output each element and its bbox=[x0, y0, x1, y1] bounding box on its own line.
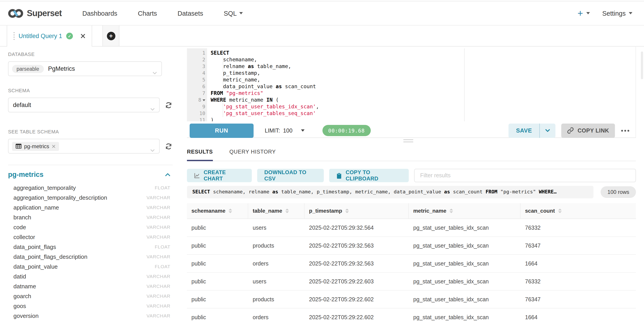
schema-columns: aggregation_temporalityFLOATaggregation_… bbox=[8, 183, 173, 321]
tab-results[interactable]: RESULTS bbox=[187, 149, 213, 161]
sql-code-line: p_timestamp, bbox=[211, 70, 636, 77]
nav-charts-label: Charts bbox=[138, 10, 157, 17]
gutter-line-number: 6 bbox=[187, 83, 205, 90]
collapse-table-icon[interactable] bbox=[165, 173, 170, 176]
main-nav: Dashboards Charts Datasets SQL bbox=[82, 10, 243, 17]
sort-icon[interactable] bbox=[345, 209, 349, 213]
sql-code-area[interactable]: SELECT schemaname, relname as table_name… bbox=[207, 48, 636, 121]
column-name: datid bbox=[14, 273, 26, 279]
sort-icon[interactable] bbox=[228, 209, 232, 213]
save-button[interactable]: SAVE bbox=[508, 123, 540, 138]
save-options-button[interactable] bbox=[540, 123, 556, 138]
scrollbar-thumb[interactable] bbox=[641, 52, 643, 79]
text-segment: ) bbox=[211, 117, 214, 121]
tab-close-icon[interactable] bbox=[80, 34, 86, 39]
settings-menu[interactable]: Settings bbox=[602, 10, 632, 17]
text-segment: table_name, bbox=[254, 63, 291, 69]
tab-drag-handle-icon[interactable] bbox=[14, 32, 14, 40]
chevron-down-icon bbox=[240, 12, 243, 14]
results-row: publicorders2025-02-22T05:29:22.602pg_st… bbox=[187, 308, 636, 321]
schema-column-row: data_point_flags_descriptionVARCHAR bbox=[8, 252, 173, 261]
results-cell: pg_stat_user_tables_idx_scan bbox=[409, 255, 520, 272]
text-segment: "pg-metrics" bbox=[226, 90, 263, 96]
remove-table-icon[interactable] bbox=[52, 144, 56, 148]
results-pane: RESULTS QUERY HISTORY CREATE CHART DOWNL… bbox=[187, 144, 636, 321]
pane-drag-handle[interactable] bbox=[404, 139, 413, 144]
query-tab-title: Untitled Query 1 bbox=[18, 33, 62, 39]
sql-code-line: SELECT bbox=[211, 50, 636, 56]
column-name: code bbox=[14, 224, 26, 230]
editor-gutter: 1234567891011 bbox=[187, 48, 207, 121]
sql-code-line: relname as table_name, bbox=[211, 63, 636, 70]
column-header-label: schemaname bbox=[192, 208, 226, 214]
sidebar-divider bbox=[8, 165, 173, 165]
results-cell: 2025-02-22T05:29:22.602 bbox=[304, 290, 409, 308]
line-number: 9 bbox=[202, 103, 205, 110]
sort-icon[interactable] bbox=[558, 209, 562, 213]
refresh-schema-icon[interactable] bbox=[164, 101, 173, 109]
results-column-header[interactable]: table_name bbox=[248, 203, 304, 218]
gutter-line-number: 8 bbox=[187, 97, 205, 103]
line-number: 3 bbox=[202, 63, 205, 70]
results-row: publicorders2025-02-22T05:29:32.563pg_st… bbox=[187, 255, 636, 273]
text-segment: scan_count bbox=[282, 83, 316, 90]
table-preview-title[interactable]: pg-metrics bbox=[8, 171, 44, 179]
query-tab-active[interactable]: Untitled Query 1 ✓ bbox=[7, 26, 92, 47]
column-type: FLOAT bbox=[155, 244, 170, 249]
results-column-header[interactable]: p_timestamp bbox=[304, 203, 409, 218]
nav-dashboards[interactable]: Dashboards bbox=[82, 10, 117, 17]
nav-charts[interactable]: Charts bbox=[138, 10, 157, 17]
results-row: publicusers2025-02-22T05:29:22.603pg_sta… bbox=[187, 273, 636, 290]
sort-icon[interactable] bbox=[285, 209, 289, 213]
tab-query-history[interactable]: QUERY HISTORY bbox=[230, 149, 276, 161]
limit-dropdown[interactable]: LIMIT: 100 bbox=[265, 127, 304, 134]
database-select[interactable]: parseable PgMetrics bbox=[8, 61, 162, 76]
sql-code-line: schemaname, bbox=[211, 56, 636, 63]
results-column-header[interactable]: schemaname bbox=[187, 203, 248, 218]
line-number: 11 bbox=[200, 117, 206, 121]
refresh-tables-icon[interactable] bbox=[164, 142, 173, 150]
results-cell: 2025-02-22T05:29:22.602 bbox=[304, 308, 409, 321]
results-column-header[interactable]: metric_name bbox=[409, 203, 520, 218]
more-menu-icon[interactable] bbox=[620, 127, 631, 134]
create-chart-label: CREATE CHART bbox=[204, 169, 245, 182]
column-type: VARCHAR bbox=[146, 303, 170, 308]
superset-logo[interactable]: Superset bbox=[8, 8, 62, 18]
results-cell: 1664 bbox=[520, 255, 636, 272]
nav-sql[interactable]: SQL bbox=[224, 10, 243, 17]
column-name: application_name bbox=[14, 204, 59, 211]
results-row: publicusers2025-02-22T05:29:32.564pg_sta… bbox=[187, 219, 636, 237]
results-row: publicproducts2025-02-22T05:29:22.602pg_… bbox=[187, 290, 636, 308]
copy-clipboard-button[interactable]: COPY TO CLIPBOARD bbox=[330, 169, 409, 182]
row-count-badge: 100 rows bbox=[601, 186, 636, 198]
text-segment: scan_count bbox=[450, 189, 486, 195]
line-number: 5 bbox=[202, 77, 205, 83]
download-csv-button[interactable]: DOWNLOAD TO CSV bbox=[257, 169, 324, 182]
run-button[interactable]: RUN bbox=[190, 123, 254, 138]
filter-results-input[interactable] bbox=[414, 169, 636, 182]
fold-caret-icon[interactable] bbox=[202, 99, 205, 101]
schema-select[interactable]: default bbox=[8, 98, 160, 112]
executed-query-preview[interactable]: SELECT schemaname, relname as table_name… bbox=[187, 186, 594, 198]
line-number: 6 bbox=[202, 83, 205, 90]
nav-datasets[interactable]: Datasets bbox=[178, 10, 203, 17]
table-schema-select[interactable]: pg-metrics bbox=[8, 139, 160, 154]
new-tab-button[interactable]: + bbox=[102, 26, 120, 46]
indent-guide bbox=[223, 103, 223, 117]
sort-icon[interactable] bbox=[450, 209, 453, 213]
create-chart-button[interactable]: CREATE CHART bbox=[187, 169, 252, 182]
text-segment: data_point_value bbox=[211, 83, 276, 90]
new-menu-button[interactable]: + bbox=[578, 9, 590, 18]
caret-down-icon bbox=[450, 211, 453, 213]
see-table-schema-label: SEE TABLE SCHEMA bbox=[8, 129, 173, 135]
text-segment: , bbox=[316, 103, 319, 110]
caret-up-icon bbox=[450, 209, 453, 210]
copy-link-button[interactable]: COPY LINK bbox=[562, 123, 615, 138]
download-csv-label: DOWNLOAD TO CSV bbox=[264, 169, 317, 182]
results-column-header[interactable]: scan_count bbox=[520, 203, 636, 218]
results-cell: 2025-02-22T05:29:32.563 bbox=[304, 237, 409, 254]
column-type: VARCHAR bbox=[146, 234, 170, 239]
text-segment: FROM bbox=[211, 90, 223, 96]
schema-column-row: application_nameVARCHAR bbox=[8, 202, 173, 212]
copy-clipboard-label: COPY TO CLIPBOARD bbox=[346, 169, 402, 182]
